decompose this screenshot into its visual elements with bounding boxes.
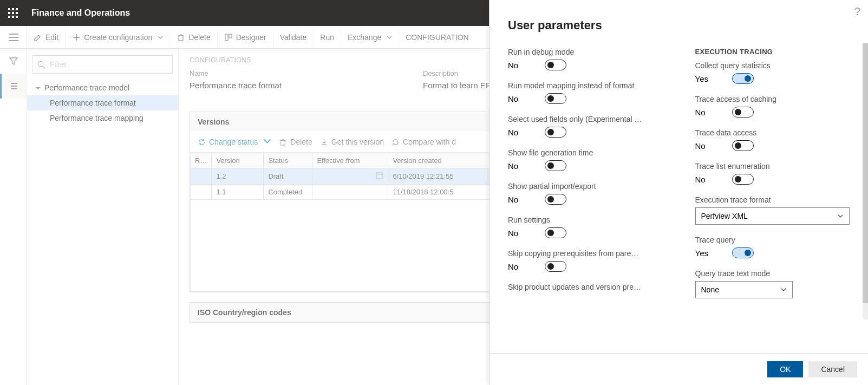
- svg-rect-1: [12, 8, 14, 10]
- left-toggle-3[interactable]: [545, 160, 566, 171]
- query-mode-label: Query trace text mode: [695, 269, 850, 278]
- exec-format-dropdown[interactable]: Perfview XML: [695, 207, 850, 225]
- svg-rect-4: [12, 12, 14, 14]
- param-value: No: [508, 262, 534, 271]
- param-label: Run in debug mode: [508, 48, 663, 56]
- param-label: Select used fields only (Experimental …: [508, 115, 663, 123]
- query-mode-dropdown[interactable]: None: [695, 281, 793, 298]
- svg-rect-2: [16, 8, 18, 10]
- user-parameters-panel: ? User parameters Run in debug modeNoRun…: [489, 0, 868, 385]
- param-label: Run model mapping instead of format: [508, 81, 663, 90]
- param-label: Trace access of caching: [695, 95, 850, 103]
- param-label: Collect query statistics: [695, 61, 850, 70]
- right-toggle-1[interactable]: [732, 107, 754, 118]
- svg-rect-0: [8, 8, 10, 10]
- param-value: Yes: [695, 74, 721, 83]
- chevron-down-icon: [837, 213, 844, 219]
- svg-rect-6: [8, 16, 10, 18]
- right-toggle-0[interactable]: [732, 73, 754, 84]
- svg-rect-3: [8, 12, 10, 14]
- trace-query-toggle[interactable]: [732, 247, 754, 258]
- param-label: Run settings: [508, 216, 663, 224]
- exec-format-label: Execution trace format: [695, 195, 850, 204]
- app-title: Finance and Operations: [31, 8, 130, 18]
- param-value: No: [695, 108, 721, 117]
- svg-rect-7: [12, 16, 14, 18]
- param-value: No: [508, 195, 534, 204]
- param-label: Skip product updates and version pre…: [508, 283, 663, 291]
- right-toggle-3[interactable]: [732, 174, 754, 185]
- chevron-down-icon: [780, 286, 787, 293]
- param-label: Skip copying prerequisites from pare…: [508, 249, 663, 258]
- svg-rect-5: [16, 12, 18, 14]
- param-value: No: [508, 94, 534, 103]
- left-toggle-5[interactable]: [545, 227, 566, 238]
- scrollbar[interactable]: [863, 43, 868, 319]
- cancel-button[interactable]: Cancel: [808, 361, 857, 377]
- param-value: No: [508, 229, 534, 238]
- trace-query-label: Trace query: [695, 236, 850, 244]
- param-label: Show partial import/export: [508, 182, 663, 191]
- left-toggle-1[interactable]: [545, 93, 566, 104]
- panel-footer: OK Cancel: [490, 353, 868, 385]
- param-value: No: [508, 128, 534, 137]
- param-label: Show file generation time: [508, 148, 663, 157]
- left-toggle-2[interactable]: [545, 127, 566, 138]
- param-value: No: [508, 161, 534, 171]
- param-value: No: [508, 61, 534, 70]
- left-toggle-0[interactable]: [545, 60, 566, 70]
- svg-rect-8: [16, 16, 18, 18]
- left-toggle-4[interactable]: [545, 194, 566, 205]
- execution-tracing-header: EXECUTION TRACING: [695, 48, 850, 56]
- ok-button[interactable]: OK: [767, 361, 803, 377]
- left-toggle-6[interactable]: [545, 261, 566, 272]
- param-label: Trace data access: [695, 128, 850, 137]
- param-value: No: [695, 175, 721, 184]
- param-value: No: [695, 141, 721, 151]
- right-toggle-2[interactable]: [732, 140, 754, 151]
- param-label: Trace list enumeration: [695, 162, 850, 171]
- waffle-icon[interactable]: [0, 0, 26, 26]
- panel-title: User parameters: [508, 18, 850, 32]
- trace-query-value: Yes: [695, 249, 721, 258]
